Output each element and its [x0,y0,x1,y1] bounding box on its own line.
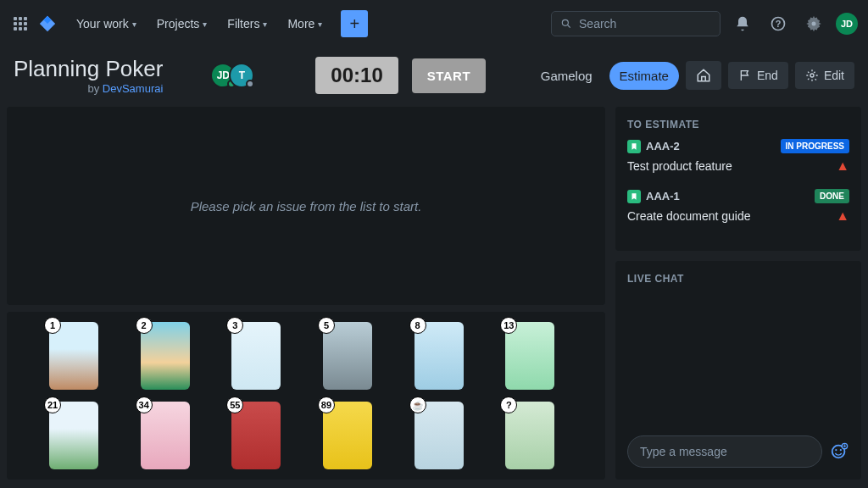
nav-label: Projects [157,17,200,30]
warning-icon: ▲ [836,208,849,224]
svg-text:?: ? [776,19,782,29]
search-box[interactable] [551,11,721,36]
card-value: 8 [409,317,426,334]
poker-card[interactable]: 21 [49,402,98,469]
byline: by DevSamurai [14,82,163,95]
settings-icon[interactable] [800,10,827,37]
issue-item[interactable]: AAA-1 DONE Create document guide ▲ [627,189,849,224]
poker-card[interactable]: 2 [141,322,190,390]
chevron-down-icon: ▾ [318,19,322,29]
estimate-panel: TO ESTIMATE AAA-2 IN PROGRESS Test produ… [615,107,861,251]
nav-label: Filters [227,17,259,30]
issue-title: Test product feature [627,159,732,173]
jira-logo-icon[interactable] [37,14,58,34]
app-switcher[interactable] [10,14,31,34]
card-value: 89 [318,396,335,413]
svg-point-7 [835,449,837,451]
emoji-icon: + [830,442,849,461]
author-link[interactable]: DevSamurai [103,82,164,95]
warning-icon: ▲ [836,158,849,174]
cards-grid: 123581321345589☕? [7,312,605,480]
card-value: ? [500,396,517,413]
svg-text:+: + [843,443,847,449]
chat-panel-title: LIVE CHAT [627,273,849,285]
home-icon [696,68,711,83]
card-value: 55 [226,396,243,413]
board-empty-message: Please pick an issue from the list to st… [191,199,422,214]
page-title: Planning Poker [14,56,163,82]
poker-card[interactable]: ? [505,402,554,469]
issue-title: Create document guide [627,209,751,223]
nav-projects[interactable]: Projects ▾ [148,12,216,36]
estimate-panel-title: TO ESTIMATE [627,119,849,130]
chat-body [627,293,849,429]
nav-your-work[interactable]: Your work ▾ [68,12,145,36]
chat-input[interactable] [627,435,822,468]
chevron-down-icon: ▾ [263,19,267,29]
nav-label: Your work [76,17,129,30]
poker-card[interactable]: 5 [323,322,372,390]
board-area: Please pick an issue from the list to st… [7,107,605,305]
issue-key: AAA-2 [646,140,680,152]
participants: JDT [210,63,254,88]
svg-point-0 [562,19,568,25]
help-icon[interactable]: ? [765,10,792,37]
card-value: 5 [318,317,335,334]
poker-card[interactable]: 89 [323,402,372,469]
poker-card[interactable]: 34 [141,402,190,469]
poker-card[interactable]: ☕ [415,402,464,469]
gear-icon [805,69,819,82]
nav-more[interactable]: More ▾ [279,12,331,36]
top-nav: Your work ▾ Projects ▾ Filters ▾ More ▾ … [0,0,868,47]
story-icon [627,190,641,203]
chevron-down-icon: ▾ [132,19,136,29]
tab-estimate[interactable]: Estimate [609,62,679,90]
poker-card[interactable]: 13 [505,322,554,390]
poker-card[interactable]: 8 [415,322,464,390]
edit-label: Edit [824,69,844,82]
nav-label: More [287,17,314,30]
status-badge: DONE [815,189,849,203]
card-value: 3 [226,317,243,334]
presence-dot-icon [246,80,254,88]
tab-gamelog[interactable]: Gamelog [531,62,603,90]
status-badge: IN PROGRESS [781,139,849,153]
create-button[interactable]: + [341,10,368,37]
chat-panel: LIVE CHAT + [615,261,861,480]
emoji-button[interactable]: + [829,441,849,462]
poker-card[interactable]: 3 [231,322,281,390]
timer-display: 00:10 [315,57,398,94]
flag-icon [738,69,752,82]
card-value: ☕ [409,396,426,413]
user-avatar[interactable]: JD [836,13,858,35]
poker-card[interactable]: 55 [231,402,281,469]
card-value: 34 [136,396,153,413]
edit-button[interactable]: Edit [795,62,854,89]
search-input[interactable] [579,17,711,30]
notifications-icon[interactable] [729,10,756,37]
participant-avatar[interactable]: T [229,63,254,88]
end-label: End [757,69,778,82]
card-value: 21 [44,396,61,413]
poker-card[interactable]: 1 [49,322,98,390]
issue-item[interactable]: AAA-2 IN PROGRESS Test product feature ▲ [627,139,849,174]
chevron-down-icon: ▾ [203,19,207,29]
page-header: Planning Poker by DevSamurai JDT 00:10 S… [0,47,868,107]
nav-filters[interactable]: Filters ▾ [219,12,275,36]
end-button[interactable]: End [728,62,788,89]
story-icon [627,140,641,153]
svg-point-5 [810,74,814,77]
svg-point-8 [840,449,842,451]
home-button[interactable] [686,61,721,90]
title-block: Planning Poker by DevSamurai [14,56,163,95]
issue-key: AAA-1 [646,190,680,202]
start-button[interactable]: START [412,58,486,93]
search-icon [560,17,572,30]
card-value: 2 [136,317,153,334]
svg-line-1 [568,25,570,28]
card-value: 13 [500,317,517,334]
card-value: 1 [44,317,61,334]
